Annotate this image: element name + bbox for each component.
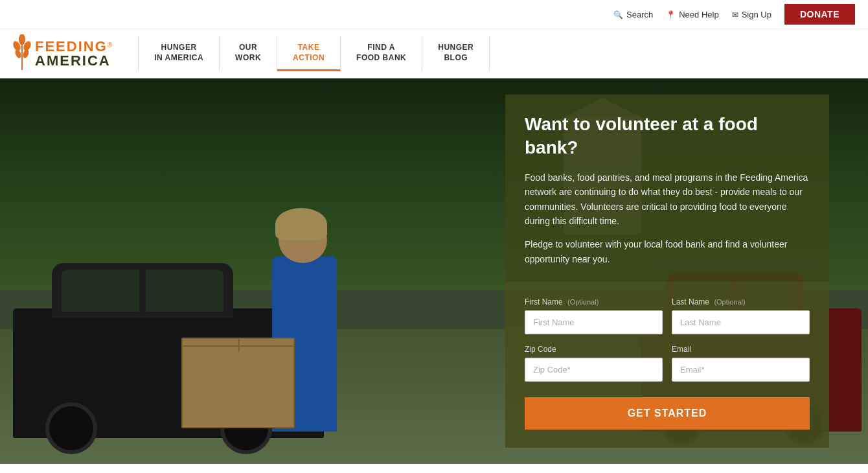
email-group: Email: [672, 345, 810, 382]
first-name-label: First Name (Optional): [525, 297, 663, 306]
need-help-label: Need Help: [679, 10, 718, 19]
nav-our-work[interactable]: OUR WORK: [220, 36, 277, 71]
nav-label-line1: HUNGER: [161, 43, 197, 52]
logo[interactable]: FEEDING® AMERICA: [13, 34, 112, 73]
wheat-icon: [13, 34, 31, 73]
nav-label-line1: FIND A: [367, 43, 395, 52]
logo-text: FEEDING® AMERICA: [35, 40, 112, 68]
name-row: First Name (Optional) Last Name (Optiona…: [525, 297, 810, 334]
last-name-label: Last Name (Optional): [672, 297, 810, 306]
search-link[interactable]: Search: [613, 10, 653, 19]
email-input[interactable]: [672, 358, 810, 382]
first-name-optional: (Optional): [567, 298, 599, 306]
donate-button[interactable]: DONATE: [784, 4, 855, 25]
sign-up-link[interactable]: Sign Up: [732, 10, 771, 19]
contact-row: Zip Code Email: [525, 345, 810, 382]
hero-body1: Food banks, food pantries, and meal prog…: [525, 170, 810, 229]
last-name-group: Last Name (Optional): [672, 297, 810, 334]
last-name-input[interactable]: [672, 310, 810, 334]
first-name-input[interactable]: [525, 310, 663, 334]
zip-code-group: Zip Code: [525, 345, 663, 382]
hero-section: Want to volunteer at a food bank? Food b…: [0, 78, 868, 464]
hero-pledge: Pledge to volunteer with your local food…: [525, 237, 810, 266]
nav-find-food-bank[interactable]: FIND A FOOD BANK: [341, 36, 422, 71]
nav-label-line2: WORK: [235, 53, 261, 62]
main-header: FEEDING® AMERICA HUNGER IN AMERICA OUR W…: [0, 29, 868, 78]
nav-label-line2: IN AMERICA: [154, 53, 203, 62]
text-section: Want to volunteer at a food bank? Food b…: [505, 95, 829, 282]
logo-feeding: FEEDING®: [35, 40, 112, 54]
svg-point-1: [19, 34, 25, 45]
nav-label-line2: ACTION: [293, 53, 325, 62]
last-name-optional: (Optional): [714, 298, 745, 306]
search-label: Search: [626, 10, 653, 19]
svg-point-4: [14, 49, 22, 59]
sign-up-label: Sign Up: [742, 10, 771, 19]
volunteer-form: First Name (Optional) Last Name (Optiona…: [505, 282, 829, 448]
need-help-link[interactable]: Need Help: [666, 10, 718, 19]
hero-content-panel: Want to volunteer at a food bank? Food b…: [505, 78, 829, 464]
search-icon: [613, 10, 623, 19]
nav-label-line1: OUR: [239, 43, 257, 52]
nav-label-line2: BLOG: [444, 53, 468, 62]
zip-code-label: Zip Code: [525, 345, 663, 354]
first-name-group: First Name (Optional): [525, 297, 663, 334]
hero-title: Want to volunteer at a food bank?: [525, 113, 810, 160]
logo-america: AMERICA: [35, 54, 112, 68]
location-icon: [666, 10, 676, 19]
nav-label-line1: HUNGER: [438, 43, 474, 52]
email-label: Email: [672, 345, 810, 354]
zip-code-input[interactable]: [525, 358, 663, 382]
header: Search Need Help Sign Up DONATE: [0, 0, 868, 78]
svg-point-5: [22, 49, 30, 59]
email-icon: [732, 10, 738, 19]
nav-hunger-in-america[interactable]: HUNGER IN AMERICA: [139, 36, 220, 71]
nav-label-line1: TAKE: [298, 43, 320, 52]
nav-take-action[interactable]: TAKE ACTION: [277, 36, 341, 71]
top-bar: Search Need Help Sign Up DONATE: [0, 0, 868, 29]
get-started-button[interactable]: GET STARTED: [525, 397, 810, 430]
nav-hunger-blog[interactable]: HUNGER BLOG: [422, 36, 490, 71]
nav-label-line2: FOOD BANK: [356, 53, 406, 62]
nav-menu: HUNGER IN AMERICA OUR WORK TAKE ACTION F…: [138, 36, 855, 71]
